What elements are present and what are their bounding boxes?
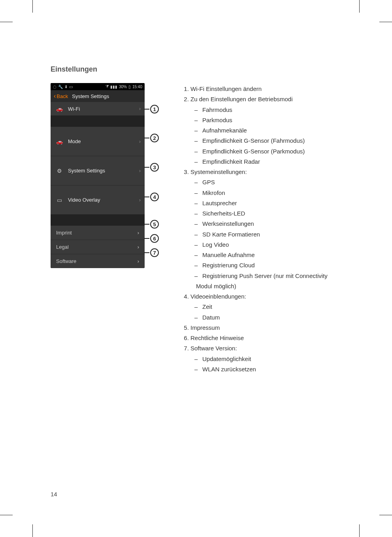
status-time: 15:40 [132, 85, 142, 89]
list-item: Rechtliche Hinweise [190, 333, 344, 343]
wifi-icon: ⧩ [106, 84, 109, 89]
status-bar-left: ◌ 🔧 ⬇ ▭ [53, 85, 73, 89]
list-item: Wi-Fi Einstellungen ändern [190, 84, 344, 94]
sublist-item: Registrierung Push Server (nur mit Conne… [196, 271, 344, 292]
callout-7: 7 [150, 248, 159, 257]
battery-icon: ▯ [128, 85, 131, 89]
row-label: Wi-Fi [68, 106, 139, 112]
chevron-right-icon: › [139, 139, 141, 144]
sublist-item: Updatemöglichkeit [196, 354, 344, 364]
menu-row-wifi[interactable]: 🚗 Wi-Fi › [51, 102, 145, 115]
sublist-item: Werkseinstellungen [196, 219, 344, 229]
sublist-item: Sicherheits-LED [196, 208, 344, 219]
chevron-right-icon: › [138, 244, 139, 250]
list-item: Software Version: Updatemöglichkeit WLAN… [190, 343, 344, 374]
sublist: GPS Mikrofon Lautsprecher Sicherheits-LE… [190, 177, 344, 291]
phone-screenshot: ◌ 🔧 ⬇ ▭ ⧩ ▮▮▮ 30% ▯ 15:40 [51, 83, 145, 268]
numbered-list: Wi-Fi Einstellungen ändern Zu den Einste… [180, 84, 344, 374]
separator [51, 115, 145, 127]
callout-2: 2 [150, 134, 159, 142]
navbar: ‹ Back System Settings [51, 90, 145, 102]
callout-3: 3 [150, 163, 159, 172]
chevron-left-icon: ‹ [54, 93, 56, 99]
list-item: Impressum [190, 323, 344, 333]
list-item: Zu den Einstellungen der Betriebsmodi Fa… [190, 94, 344, 167]
sublist-item: Zeit [196, 302, 344, 312]
image-icon: ▭ [69, 85, 73, 89]
status-bar: ◌ 🔧 ⬇ ▭ ⧩ ▮▮▮ 30% ▯ 15:40 [51, 83, 145, 90]
content-area: Einstellungen ◌ 🔧 ⬇ ▭ ⧩ ▮▮▮ [51, 65, 344, 374]
chevron-right-icon: › [139, 197, 141, 203]
signal-icon: ▮▮▮ [110, 85, 117, 89]
phone-screenshot-wrap: ◌ 🔧 ⬇ ▭ ⧩ ▮▮▮ 30% ▯ 15:40 [51, 83, 161, 268]
sublist-item: Datum [196, 312, 344, 323]
menu-row-software[interactable]: Software › [51, 254, 145, 268]
wrench-icon: 🔧 [58, 85, 63, 89]
section-title: Einstellungen [51, 65, 344, 74]
row-label: Software [56, 258, 138, 264]
chevron-right-icon: › [139, 106, 141, 112]
callout-5: 5 [150, 220, 159, 229]
sublist: Fahrmodus Parkmodus Aufnahmekanäle Empfi… [190, 105, 344, 167]
sublist-item: GPS [196, 177, 344, 187]
sublist-item: Aufnahmekanäle [196, 125, 344, 136]
crop-mark [0, 509, 43, 537]
back-button[interactable]: ‹ Back [54, 93, 68, 99]
sublist-item: Manuelle Aufnahme [196, 250, 344, 260]
row-label: Legal [56, 244, 138, 250]
callout-6: 6 [150, 234, 159, 243]
sublist-item: Parkmodus [196, 115, 344, 125]
back-label: Back [57, 93, 68, 99]
crop-mark [349, 0, 392, 28]
sublist-item: Empfindlichkeit Radar [196, 157, 344, 167]
sublist-item: Fahrmodus [196, 105, 344, 115]
list-item: Videoeinblendungen: Zeit Datum [190, 291, 344, 323]
list-item: Systemeinstellungen: GPS Mikrofon Lautsp… [190, 167, 344, 291]
car-wifi-icon: 🚗 [55, 106, 64, 112]
battery-percent: 30% [119, 85, 127, 89]
callout-1: 1 [150, 105, 159, 113]
sublist-item: Registrierung Cloud [196, 260, 344, 270]
video-icon: ▭ [55, 197, 64, 203]
sublist: Zeit Datum [190, 302, 344, 323]
menu-row-video-overlay[interactable]: ▭ Video Overlay › [51, 185, 145, 214]
navbar-title: System Settings [72, 93, 109, 99]
row-label: Mode [68, 138, 139, 144]
sublist-item: SD Karte Formatieren [196, 229, 344, 240]
crop-mark [0, 0, 43, 28]
row-label: System Settings [68, 168, 139, 174]
sublist-item: Empfindlichkeit G-Sensor (Fahrmodus) [196, 136, 344, 146]
gear-icon: ⚙ [55, 168, 64, 174]
two-column-layout: ◌ 🔧 ⬇ ▭ ⧩ ▮▮▮ 30% ▯ 15:40 [51, 83, 344, 374]
row-label: Video Overlay [68, 197, 139, 203]
description-column: Wi-Fi Einstellungen ändern Zu den Einste… [180, 83, 344, 374]
menu-row-imprint[interactable]: Imprint › [51, 225, 145, 240]
globe-icon: ◌ [53, 85, 57, 89]
callout-4: 4 [150, 193, 159, 201]
menu-row-system-settings[interactable]: ⚙ System Settings › [51, 156, 145, 185]
menu-row-legal[interactable]: Legal › [51, 240, 145, 254]
chevron-right-icon: › [139, 168, 141, 174]
sublist-item: WLAN zurücksetzen [196, 364, 344, 374]
sublist-item: Empfindlichkeit G-Sensor (Parkmodus) [196, 146, 344, 157]
document-page: Einstellungen ◌ 🔧 ⬇ ▭ ⧩ ▮▮▮ [0, 0, 392, 537]
row-label: Imprint [56, 230, 138, 236]
page-number: 14 [51, 491, 57, 497]
chevron-right-icon: › [138, 258, 139, 264]
separator [51, 214, 145, 225]
menu-row-mode[interactable]: 🚗 Mode › [51, 127, 145, 156]
sublist-item: Lautsprecher [196, 198, 344, 208]
crop-mark [349, 509, 392, 537]
car-gear-icon: 🚗 [55, 138, 64, 145]
chevron-right-icon: › [138, 230, 139, 236]
download-icon: ⬇ [64, 85, 68, 89]
status-bar-right: ⧩ ▮▮▮ 30% ▯ 15:40 [106, 84, 142, 89]
sublist-item: Mikrofon [196, 188, 344, 198]
sublist: Updatemöglichkeit WLAN zurücksetzen [190, 354, 344, 375]
sublist-item: Log Video [196, 240, 344, 250]
